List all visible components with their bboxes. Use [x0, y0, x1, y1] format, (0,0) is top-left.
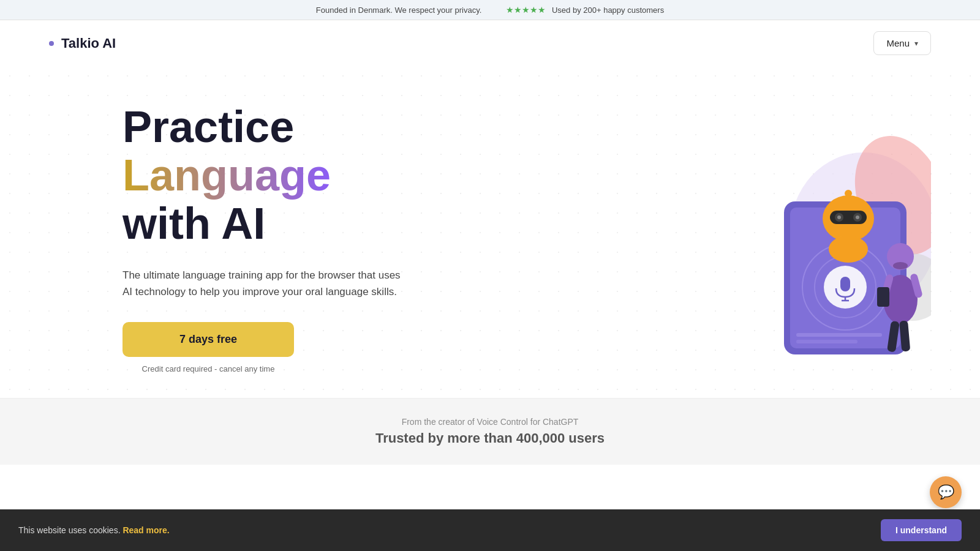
rating-text: Used by 200+ happy customers [552, 6, 664, 15]
trust-creator: From the creator of Voice Control for Ch… [12, 417, 968, 427]
illustration-svg [674, 110, 931, 367]
stars: ★★★★★ [506, 5, 546, 15]
svg-point-14 [829, 236, 868, 263]
chat-icon: 💬 [938, 484, 954, 500]
svg-rect-8 [840, 277, 850, 291]
cookie-read-more-link[interactable]: Read more. [123, 525, 169, 535]
svg-point-29 [893, 262, 908, 269]
founded-text: Founded in Denmark. We respect your priv… [316, 6, 481, 15]
menu-label: Menu [886, 38, 910, 48]
svg-point-19 [856, 216, 859, 219]
menu-button[interactable]: Menu ▾ [873, 31, 931, 55]
cta-button[interactable]: 7 days free [123, 322, 294, 357]
title-line3: with AI [123, 199, 265, 248]
trust-heading: Trusted by more than 400,000 users [12, 430, 968, 446]
svg-point-18 [837, 216, 841, 219]
title-line2: Language [123, 151, 331, 200]
cookie-accept-button[interactable]: I understand [881, 519, 962, 541]
svg-point-21 [845, 190, 852, 197]
cta-note: Credit card required - cancel any time [123, 364, 294, 373]
trust-section: From the creator of Voice Control for Ch… [0, 398, 980, 465]
logo: Talkio AI [49, 36, 116, 51]
cookie-banner: This website uses cookies. Read more. I … [0, 509, 980, 551]
svg-rect-12 [796, 340, 858, 343]
main-content: Practice Language with AI The ultimate l… [0, 66, 980, 398]
title-line1: Practice [123, 102, 294, 151]
chat-widget-button[interactable]: 💬 [930, 476, 962, 508]
chevron-down-icon: ▾ [914, 39, 918, 48]
rating-area: ★★★★★ Used by 200+ happy customers [506, 5, 664, 15]
top-banner: Founded in Denmark. We respect your priv… [0, 0, 980, 20]
cookie-text: This website uses cookies. Read more. [18, 525, 170, 535]
hero-title: Practice Language with AI [123, 103, 404, 249]
hero-left: Practice Language with AI The ultimate l… [123, 103, 404, 373]
svg-rect-11 [796, 333, 882, 337]
navbar: Talkio AI Menu ▾ [0, 20, 980, 66]
logo-text: Talkio AI [61, 36, 116, 51]
svg-rect-27 [877, 287, 889, 307]
hero-description: The ultimate language training app for t… [123, 267, 404, 300]
hero-illustration [674, 110, 931, 367]
logo-dot [49, 41, 54, 46]
